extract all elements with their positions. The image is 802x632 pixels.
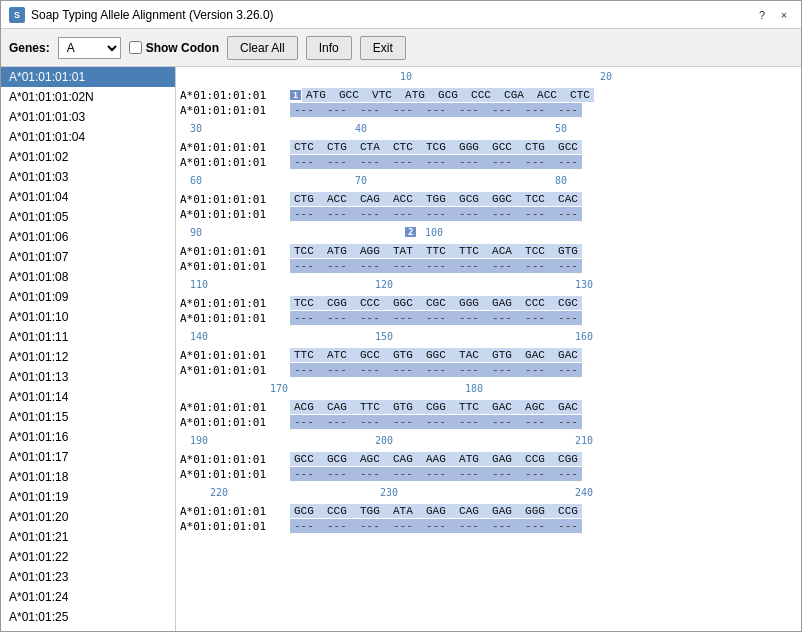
sidebar-item[interactable]: A*01:01:03 [1,167,175,187]
window-title: Soap Typing Allele Alignment (Version 3.… [31,8,274,22]
sidebar-item[interactable]: A*01:01:06 [1,227,175,247]
main-window: S Soap Typing Allele Alignment (Version … [0,0,802,632]
sidebar-item[interactable]: A*01:01:18 [1,467,175,487]
show-codon-checkbox[interactable] [129,41,142,54]
sidebar-item[interactable]: A*01:01:13 [1,367,175,387]
sidebar-item[interactable]: A*01:01:01:01 [1,67,175,87]
info-button[interactable]: Info [306,36,352,60]
show-codon-label[interactable]: Show Codon [129,41,219,55]
sidebar-item[interactable]: A*01:01:22 [1,547,175,567]
sidebar-item[interactable]: A*01:01:07 [1,247,175,267]
sidebar-item[interactable]: A*01:01:08 [1,267,175,287]
sidebar-item[interactable]: A*01:01:01:04 [1,127,175,147]
sidebar-item[interactable]: A*01:01:26 [1,627,175,631]
app-icon: S [9,7,25,23]
title-bar-left: S Soap Typing Allele Alignment (Version … [9,7,274,23]
sidebar-item[interactable]: A*01:01:15 [1,407,175,427]
sidebar-item[interactable]: A*01:01:01:02N [1,87,175,107]
sidebar-item[interactable]: A*01:01:24 [1,587,175,607]
toolbar: Genes: A B C DRB1 DQB1 Show Codon Clear … [1,29,801,67]
genes-select[interactable]: A B C DRB1 DQB1 [58,37,121,59]
sidebar-item[interactable]: A*01:01:20 [1,507,175,527]
sidebar-item[interactable]: A*01:01:21 [1,527,175,547]
genes-label: Genes: [9,41,50,55]
sidebar-item[interactable]: A*01:01:23 [1,567,175,587]
sidebar-item[interactable]: A*01:01:11 [1,327,175,347]
sidebar-item[interactable]: A*01:01:25 [1,607,175,627]
sidebar-item[interactable]: A*01:01:05 [1,207,175,227]
sidebar-item[interactable]: A*01:01:14 [1,387,175,407]
sidebar[interactable]: A*01:01:01:01A*01:01:01:02NA*01:01:01:03… [1,67,176,631]
title-bar-controls: ? × [753,6,793,24]
sidebar-item[interactable]: A*01:01:09 [1,287,175,307]
sidebar-item[interactable]: A*01:01:10 [1,307,175,327]
main-content: A*01:01:01:01A*01:01:01:02NA*01:01:01:03… [1,67,801,631]
alignment-area[interactable]: 1020A*01:01:01:011ATG GCC VTC ATG GCG CC… [176,67,801,631]
sidebar-item[interactable]: A*01:01:12 [1,347,175,367]
sidebar-item[interactable]: A*01:01:04 [1,187,175,207]
sidebar-item[interactable]: A*01:01:01:03 [1,107,175,127]
title-bar: S Soap Typing Allele Alignment (Version … [1,1,801,29]
close-button[interactable]: × [775,6,793,24]
sidebar-item[interactable]: A*01:01:16 [1,427,175,447]
help-button[interactable]: ? [753,6,771,24]
exit-button[interactable]: Exit [360,36,406,60]
clear-all-button[interactable]: Clear All [227,36,298,60]
sidebar-item[interactable]: A*01:01:17 [1,447,175,467]
sidebar-item[interactable]: A*01:01:02 [1,147,175,167]
sidebar-item[interactable]: A*01:01:19 [1,487,175,507]
